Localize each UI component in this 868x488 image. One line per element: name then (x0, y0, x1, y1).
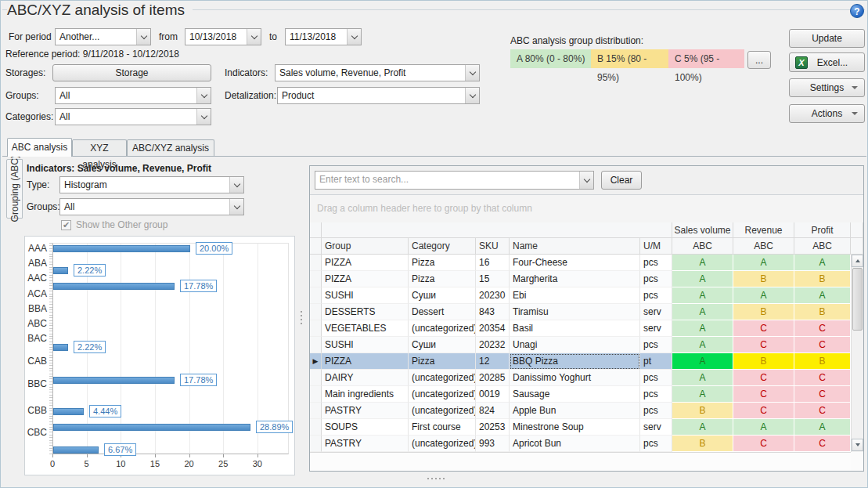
horizontal-splitter[interactable] (427, 478, 445, 479)
cell-profit-abc: B (794, 271, 851, 287)
group-by-area[interactable]: Drag a column header here to group by th… (310, 195, 863, 222)
column-header-group: Group (322, 238, 409, 255)
column-header-abc: ABC (733, 238, 794, 255)
table-row[interactable]: ▶PIZZAPizza12BBQ PizzaptABB (310, 353, 863, 370)
chart-indicators-title: Indicators: Sales volume, Revenue, Profi… (27, 163, 211, 174)
x-axis-tick-label: 30 (246, 459, 269, 468)
cell-sales-abc: A (672, 370, 733, 386)
chart-groups-select[interactable]: All (59, 198, 244, 215)
indicators-select[interactable]: Sales volume, Revenue, Profit (275, 64, 480, 81)
chevron-down-icon[interactable] (196, 109, 211, 125)
cell-group: Main ingredients (322, 386, 409, 403)
vertical-scrollbar[interactable] (851, 255, 863, 452)
cell-sku: 15 (476, 271, 510, 287)
cell-um: pcs (640, 386, 672, 403)
cell-profit-abc: C (794, 320, 851, 337)
table-band-header-row: Sales volumeRevenueProfit (310, 222, 863, 238)
cell-name: BBQ Pizza (510, 353, 640, 370)
scroll-up-button[interactable] (852, 255, 863, 267)
for-period-label: For period (9, 28, 52, 45)
chart-type-select[interactable]: Histogram (59, 176, 244, 193)
tab-xyz-analysis[interactable]: XYZ analysis (72, 139, 127, 156)
actions-button[interactable]: Actions (789, 104, 865, 123)
help-icon[interactable]: ? (850, 4, 864, 18)
reference-period-text: Reference period: 9/11/2018 - 10/12/2018 (5, 45, 179, 63)
chevron-down-icon[interactable] (229, 177, 243, 193)
table-row[interactable]: SUSHIСуши20232UnagipcsACC (310, 337, 863, 353)
table-row[interactable]: SOUPSFirst course20253Minestrone Soupser… (310, 419, 863, 436)
cell-um: pcs (640, 403, 672, 419)
table-row[interactable]: PASTRY(uncategorized)993Apricot BunpcsBC… (310, 436, 863, 452)
x-axis-tick (155, 454, 156, 457)
table-row[interactable]: PIZZAPizza16Four-CheesepcsAAA (310, 255, 863, 271)
cell-group: DAIRY (322, 370, 409, 386)
cell-sales-abc: A (672, 353, 733, 370)
bar-value-label: 17.78% (180, 374, 217, 386)
detalization-select[interactable]: Product (277, 87, 480, 104)
x-axis-tick-label: 15 (143, 459, 167, 468)
excel-button[interactable]: X Excel... (789, 52, 865, 72)
chevron-down-icon[interactable] (579, 172, 593, 189)
x-axis-tick-label: 20 (178, 459, 201, 468)
cell-sales-abc: A (672, 304, 733, 320)
cell-sales-abc: A (672, 386, 733, 403)
y-axis-category-label: ABC (25, 318, 47, 329)
table-row[interactable]: DESSERTSDessert843TiramisuservABB (310, 304, 863, 320)
vertical-splitter[interactable] (301, 311, 302, 324)
show-other-group-checkbox[interactable]: ✔ (61, 220, 71, 230)
tab-abc-analysis[interactable]: ABC analysis (7, 138, 72, 157)
cell-profit-abc: C (794, 386, 851, 403)
categories-select[interactable]: All (55, 108, 211, 125)
groups-select[interactable]: All (55, 87, 211, 104)
distribution-segment-b: B 15% (80 - 95%) (591, 49, 668, 68)
table-row[interactable]: Main ingredients(uncategorized)0019Sausa… (310, 386, 863, 403)
distribution-segment-a: A 80% (0 - 80%) (510, 49, 591, 68)
table-row[interactable]: VEGETABLES(uncategorized)20354BasilservA… (310, 320, 863, 337)
x-axis-tick (223, 454, 224, 457)
tab-abc-xyz-analysis[interactable]: ABC/XYZ analysis (127, 139, 214, 156)
detalization-label: Detalization: (225, 87, 276, 104)
scrollbar-thumb[interactable] (852, 268, 863, 331)
chevron-down-icon[interactable] (136, 29, 150, 45)
cell-category: Pizza (409, 271, 476, 287)
table-row[interactable]: PIZZAPizza15MargheritapcsABB (310, 271, 863, 287)
chevron-down-icon[interactable] (196, 88, 211, 103)
update-button[interactable]: Update (789, 29, 865, 48)
chevron-down-icon[interactable] (229, 199, 243, 215)
to-date-select[interactable]: 11/13/2018 (285, 28, 362, 45)
abc-xyz-analysis-window: ABC/XYZ analysis of items ? For period A… (0, 0, 868, 488)
x-axis-tick (87, 454, 88, 457)
table-row[interactable]: PASTRY(uncategorized)824Apple BunpcsBCC (310, 403, 863, 419)
cell-group: PIZZA (322, 353, 409, 370)
cell-name: Apple Bun (510, 403, 640, 419)
chevron-down-icon[interactable] (465, 88, 479, 103)
grouping-abc-side-tab[interactable]: Grouping (ABC) (6, 159, 23, 219)
cell-group: PASTRY (322, 403, 409, 419)
column-header-u-m: U/M (640, 238, 672, 255)
chevron-down-icon[interactable] (465, 65, 479, 81)
chart-bar (53, 446, 99, 454)
settings-button[interactable]: Settings (789, 78, 865, 97)
search-input[interactable]: Enter text to search... (315, 171, 594, 190)
column-header-abc: ABC (672, 238, 733, 255)
scroll-down-button[interactable] (852, 439, 863, 451)
cell-name: Basil (510, 320, 640, 337)
period-select[interactable]: Another... (55, 28, 151, 45)
clear-search-button[interactable]: Clear (601, 171, 642, 190)
table-row[interactable]: SUSHIСуши20230EbipcsAAA (310, 287, 863, 304)
distribution-more-button[interactable]: ... (747, 51, 771, 69)
cell-category: Суши (409, 287, 476, 304)
cell-category: Dessert (409, 304, 476, 320)
x-axis-tick (52, 454, 53, 457)
cell-sales-abc: A (672, 255, 733, 271)
cell-revenue-abc: B (733, 304, 794, 320)
table-row[interactable]: DAIRY(uncategorized)20285Danissimo Yoghu… (310, 370, 863, 386)
chart-bar (53, 424, 250, 431)
distribution-segment-c: C 5% (95 - 100%) (668, 49, 744, 68)
chevron-down-icon[interactable] (247, 29, 261, 45)
abc-histogram-chart: 051015202530AAAABAAACACABBAABCBACCABBBCC… (24, 236, 295, 475)
chart-bar (53, 408, 84, 415)
chevron-down-icon[interactable] (347, 29, 361, 45)
from-date-select[interactable]: 10/13/2018 (185, 28, 261, 45)
storage-button[interactable]: Storage (52, 64, 211, 81)
